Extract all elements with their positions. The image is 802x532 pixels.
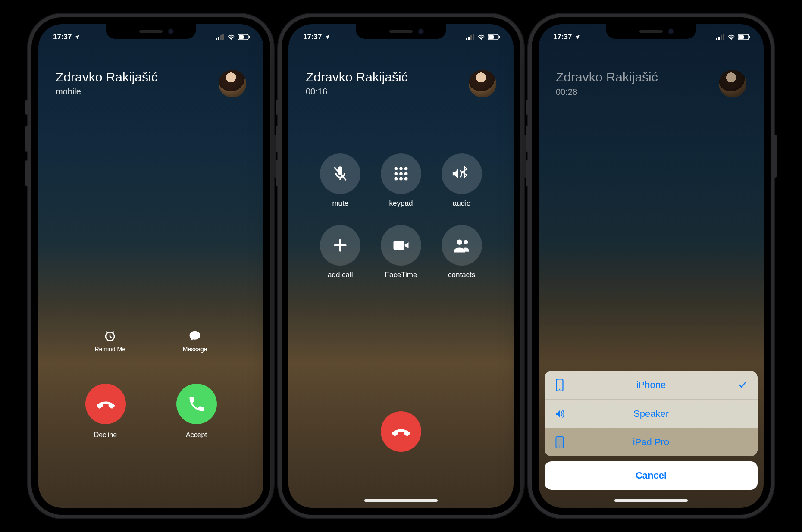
status-time: 17:37 — [303, 33, 322, 41]
svg-point-41 — [559, 446, 560, 447]
phone-down-icon — [95, 393, 116, 415]
home-indicator[interactable] — [364, 499, 438, 502]
svg-point-19 — [399, 167, 403, 171]
svg-rect-40 — [556, 437, 563, 448]
svg-rect-30 — [716, 38, 717, 40]
svg-point-34 — [731, 39, 732, 40]
svg-point-39 — [559, 389, 561, 390]
caller-name: Zdravko Rakijašić — [306, 70, 408, 84]
accept-button[interactable]: Accept — [176, 384, 217, 439]
call-subtitle: mobile — [56, 87, 158, 97]
ipad-device-icon — [555, 436, 564, 448]
svg-point-25 — [399, 177, 403, 181]
facetime-icon — [392, 236, 410, 254]
wifi-icon — [477, 34, 485, 40]
svg-point-28 — [457, 239, 462, 244]
battery-icon — [488, 34, 501, 40]
audio-cancel-button[interactable]: Cancel — [545, 461, 758, 490]
wifi-icon — [727, 34, 735, 40]
call-timer: 00:28 — [556, 87, 658, 97]
phone-frame-audio-route: 17:37 Zdravko Rakijašić 00:28 iPhone — [528, 14, 774, 518]
svg-rect-7 — [249, 36, 251, 38]
audio-option-speaker[interactable]: Speaker — [545, 399, 758, 428]
message-button[interactable]: Message — [183, 329, 207, 353]
svg-rect-6 — [239, 35, 244, 39]
svg-point-21 — [394, 172, 398, 175]
keypad-button[interactable]: keypad — [381, 153, 421, 208]
location-icon — [74, 34, 80, 40]
mute-icon — [332, 165, 349, 182]
svg-rect-10 — [468, 37, 470, 40]
caller-name: Zdravko Rakijašić — [556, 70, 658, 84]
call-timer: 00:16 — [306, 87, 408, 97]
facetime-button[interactable]: FaceTime — [381, 225, 421, 279]
wifi-icon — [227, 34, 235, 40]
audio-option-ipad[interactable]: iPad Pro — [545, 428, 758, 456]
svg-rect-16 — [499, 36, 501, 38]
avatar[interactable] — [469, 70, 496, 97]
svg-rect-1 — [218, 37, 219, 40]
iphone-device-icon — [556, 379, 564, 391]
checkmark-icon — [738, 381, 747, 389]
phone-frame-in-call: 17:37 Zdravko Rakijašić 00:16 mute — [278, 14, 524, 518]
svg-rect-36 — [739, 35, 744, 39]
svg-point-18 — [394, 167, 398, 171]
contacts-icon — [452, 236, 471, 255]
caller-name: Zdravko Rakijašić — [56, 70, 158, 84]
plus-icon — [332, 237, 348, 253]
svg-rect-37 — [749, 36, 751, 38]
svg-point-20 — [404, 167, 408, 171]
audio-button[interactable]: audio — [442, 153, 482, 208]
status-time: 17:37 — [553, 33, 572, 41]
svg-rect-32 — [721, 35, 722, 40]
svg-rect-3 — [222, 34, 224, 40]
status-time: 17:37 — [53, 33, 72, 41]
mute-button[interactable]: mute — [320, 153, 360, 208]
svg-point-22 — [399, 172, 403, 175]
alarm-icon — [103, 329, 116, 342]
svg-point-29 — [464, 240, 468, 244]
svg-point-24 — [394, 177, 398, 181]
keypad-icon — [392, 165, 410, 182]
remind-me-button[interactable]: Remind Me — [94, 329, 125, 353]
message-icon — [188, 329, 201, 342]
speaker-bluetooth-icon — [451, 165, 472, 182]
speaker-icon — [554, 409, 565, 419]
svg-rect-27 — [393, 241, 404, 250]
svg-rect-12 — [473, 34, 474, 40]
audio-option-iphone[interactable]: iPhone — [545, 371, 758, 399]
signal-icon — [216, 34, 225, 40]
phone-frame-incoming: 17:37 Zdravko Rakijašić mobile Remind Me — [28, 14, 274, 518]
signal-icon — [716, 34, 725, 40]
battery-icon — [238, 34, 251, 40]
battery-icon — [738, 34, 751, 40]
location-icon — [324, 34, 330, 40]
home-indicator[interactable] — [614, 499, 688, 502]
end-call-button[interactable] — [381, 411, 421, 452]
svg-point-23 — [404, 172, 408, 175]
avatar[interactable] — [219, 70, 246, 97]
svg-point-26 — [404, 177, 408, 181]
svg-rect-31 — [718, 37, 720, 40]
svg-point-4 — [231, 39, 232, 40]
svg-rect-0 — [216, 38, 217, 40]
svg-rect-11 — [470, 35, 472, 40]
signal-icon — [466, 34, 475, 40]
svg-rect-15 — [489, 35, 494, 39]
add-call-button[interactable]: add call — [320, 225, 360, 279]
svg-point-13 — [481, 39, 482, 40]
phone-down-icon — [390, 421, 412, 442]
avatar[interactable] — [719, 70, 746, 97]
phone-icon — [187, 394, 206, 413]
audio-route-sheet: iPhone Speaker iPad Pro Cancel — [545, 371, 758, 490]
svg-rect-33 — [723, 34, 724, 40]
svg-rect-9 — [466, 38, 467, 40]
location-icon — [574, 34, 580, 40]
decline-button[interactable]: Decline — [85, 384, 126, 439]
svg-rect-2 — [220, 35, 222, 40]
contacts-button[interactable]: contacts — [442, 225, 482, 279]
